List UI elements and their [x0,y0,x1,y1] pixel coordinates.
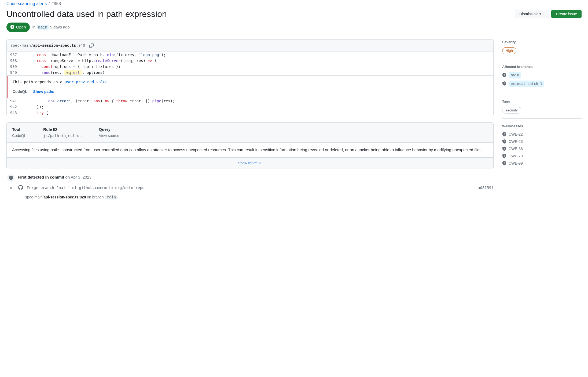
code-snippet-box: spec-main/api-session-spec.ts:940 937 co… [6,39,494,116]
code-line: 937 const downloadFilePath = path.join(f… [7,52,493,58]
state-badge: Open [6,23,30,32]
shield-icon [502,73,506,77]
dismiss-alert-button[interactable]: Dismiss alert [515,10,549,18]
code-line: 940 send(req, req.url!, options) [7,70,493,75]
timeline-badge [7,174,15,182]
shield-icon [9,176,13,180]
breadcrumb: Code scanning alerts / #958 [6,0,582,7]
affected-branch-item[interactable]: main [502,72,582,78]
query-header: Query [99,126,119,133]
query-value[interactable]: View source [99,133,119,139]
weakness-item[interactable]: CWE-99 [502,161,582,166]
octocat-avatar-icon [18,185,23,190]
status-meta: in main 5 days ago [32,24,70,30]
code-line: 939 const options = { root: fixtures }; [7,64,493,70]
dismiss-alert-label: Dismiss alert [519,11,541,17]
shield-icon [502,161,506,165]
caret-down-icon [542,13,545,15]
commit-location: spec-main/api-session-spec.ts:828 on bra… [25,194,494,200]
tag-chip[interactable]: security [502,107,521,114]
code-line: 942 }); [7,104,493,110]
rule-value: js/path-injection [43,133,82,139]
create-issue-button[interactable]: Create issue [551,10,582,18]
timeline: First detected in commit on Apr 3, 2023 … [11,174,494,200]
weakness-item[interactable]: CWE-73 [502,153,582,159]
file-path[interactable]: spec-main/api-session-spec.ts:940 [10,43,85,48]
affected-branch-item[interactable]: octocat-patch-1 [502,81,582,87]
show-paths-link[interactable]: Show paths [33,89,54,95]
alert-message: This path depends on a user-provided val… [13,79,487,85]
sidebar-branches-header: Affected branches [502,64,582,70]
shield-alert-icon [10,25,14,29]
state-label-text: Open [16,24,26,30]
commit-sha[interactable]: a08159f [478,185,494,191]
sidebar-tags-header: Tags [502,99,582,104]
severity-badge: High [502,47,516,54]
alert-message-row: This path depends on a user-provided val… [7,75,493,98]
breadcrumb-parent[interactable]: Code scanning alerts [6,1,47,6]
breadcrumb-current: #958 [52,1,61,6]
shield-icon [502,81,506,86]
code-line: 943 try { [7,110,493,116]
breadcrumb-sep: / [48,1,50,6]
branch-chip: octocat-patch-1 [509,81,544,87]
weakness-item[interactable]: CWE-23 [502,139,582,144]
copy-path-button[interactable] [88,42,95,49]
timeline-commit-dot [9,187,13,189]
tool-header: Tool [12,126,26,133]
sidebar-weaknesses-header: Weaknesses [502,124,582,129]
shield-icon [502,154,506,158]
timeline-first-detected: First detected in commit on Apr 3, 2023 [18,174,494,180]
rule-header: Rule ID [43,126,82,133]
shield-icon [502,139,506,144]
chevron-down-icon [258,161,262,165]
tool-value: CodeQL [12,133,26,139]
shield-icon [502,132,506,136]
tool-label: CodeQL [13,89,27,95]
code-line: 941 .on('error', (error: any) => { throw… [7,98,493,104]
weakness-item[interactable]: CWE-22 [502,132,582,137]
rule-description: Accessing files using paths constructed … [7,143,493,158]
page-title: Uncontrolled data used in path expressio… [6,9,167,19]
branch-chip: main [509,72,521,78]
user-provided-link[interactable]: user-provided value [65,80,108,84]
git-commit-icon [9,186,13,190]
branch-chip[interactable]: main [37,25,49,30]
code-line: 938 const rangeServer = http.createServe… [7,58,493,64]
commit-info[interactable]: Merge branch 'main' of github.com:octo-o… [18,185,145,191]
branch-chip[interactable]: main [105,195,118,200]
copy-icon [89,44,94,48]
rule-details-box: Tool CodeQL Rule ID js/path-injection Qu… [6,122,494,169]
show-more-link[interactable]: Show more [238,160,262,166]
sidebar: Severity High Affected branches main oct… [502,39,582,177]
weakness-item[interactable]: CWE-36 [502,146,582,152]
sidebar-severity-header: Severity [502,39,582,45]
shield-icon [502,147,506,151]
